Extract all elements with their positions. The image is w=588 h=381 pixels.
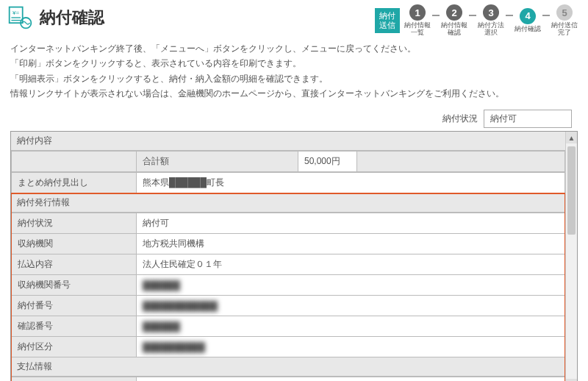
row-value: ██████: [137, 316, 565, 337]
row-label: 納付番号: [12, 296, 137, 316]
row-label: 収納機関番号: [12, 275, 137, 296]
summary-header-label: まとめ納付見出し: [12, 173, 137, 193]
step-3: 3: [483, 4, 499, 21]
row-label: 納付区分: [12, 337, 137, 357]
step-4: 4: [520, 8, 536, 24]
step-1: 1: [409, 4, 426, 21]
scroll-up-button[interactable]: ▲: [566, 132, 577, 143]
intro-text: インターネットバンキング終了後、「メニューへ」ボタンをクリックし、メニューに戻っ…: [0, 38, 588, 107]
row-value: ██████: [137, 275, 565, 296]
pay-info-header: 支払情報: [11, 357, 565, 377]
svg-text:¥=: ¥=: [12, 10, 19, 16]
total-value: 50,000円: [298, 152, 357, 172]
step-5: 5: [556, 4, 573, 21]
empty-header: [12, 152, 137, 172]
step-send-label: 納付送信: [375, 8, 400, 33]
issue-info-table: 納付状況納付可 収納機関地方税共同機構 払込内容法人住民確定０１年 収納機関番号…: [11, 213, 565, 357]
highlighted-region: 納付発行情報 納付状況納付可 収納機関地方税共同機構 払込内容法人住民確定０１年…: [11, 193, 565, 381]
row-value: ████████████: [137, 296, 565, 316]
content-frame: 納付内容 合計額 50,000円 まとめ納付見出し 熊本県██████町長 納付…: [10, 131, 578, 381]
row-label: 収納機関: [12, 234, 137, 254]
page-title: 納付確認: [40, 7, 104, 29]
pay-method-value: インターネットバンキング: [137, 377, 565, 381]
pay-info-table: 納付方法インターネットバンキング: [11, 377, 565, 381]
total-label: 合計額: [137, 152, 298, 172]
row-value: 納付可: [137, 213, 565, 234]
row-value: ██████████: [137, 337, 565, 357]
section-content-header: 納付内容: [11, 132, 565, 151]
row-value: 法人住民確定０１年: [137, 254, 565, 275]
step-2: 2: [446, 4, 462, 21]
row-label: 払込内容: [12, 254, 137, 275]
issue-info-header: 納付発行情報: [11, 193, 565, 213]
status-value: 納付可: [484, 110, 572, 128]
row-label: 納付状況: [12, 213, 137, 234]
status-label: 納付状況: [442, 113, 478, 125]
pay-method-label: 納付方法: [12, 377, 137, 381]
row-value: 地方税共同機構: [137, 234, 565, 254]
empty-header2: [357, 152, 565, 172]
summary-header-value: 熊本県██████町長: [137, 173, 565, 193]
row-label: 確認番号: [12, 316, 137, 337]
step-indicator: 納付送信 1納付情報一覧 2納付情報確認 3納付方法選択 4納付確認 5納付送信…: [375, 4, 581, 37]
summary-table: まとめ納付見出し 熊本県██████町長: [11, 172, 565, 193]
total-table: 合計額 50,000円: [11, 151, 565, 172]
payment-icon: ¥=: [7, 4, 34, 31]
scrollbar[interactable]: ▲ ▼: [565, 132, 577, 381]
scroll-thumb[interactable]: [567, 146, 576, 235]
